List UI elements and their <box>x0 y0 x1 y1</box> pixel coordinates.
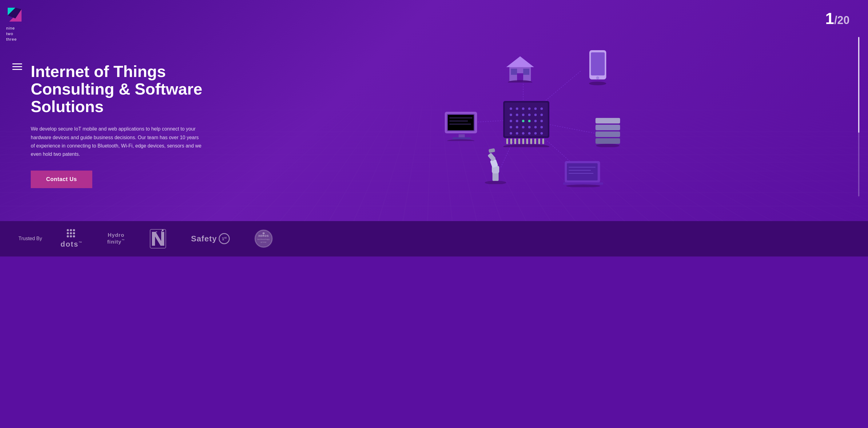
svg-point-41 <box>522 120 524 122</box>
cpu-device <box>499 98 554 147</box>
svg-point-56 <box>540 132 543 135</box>
svg-rect-66 <box>542 139 544 144</box>
svg-point-38 <box>540 114 543 116</box>
svg-rect-9 <box>511 69 517 75</box>
robot-arm-device <box>480 147 511 184</box>
svg-point-15 <box>589 82 606 85</box>
svg-point-32 <box>540 108 543 110</box>
hydrofinity-logo: Hydrofinity™ <box>107 232 125 245</box>
n-brand-logo <box>150 229 166 249</box>
phone-device <box>588 49 609 86</box>
svg-text:technology: technology <box>257 238 270 240</box>
xeros-icon: XEROS technology group <box>254 228 273 249</box>
dots-icon <box>67 229 75 237</box>
scroll-indicator <box>858 37 859 196</box>
monitor-icon <box>443 110 480 141</box>
cpu-icon <box>499 98 554 147</box>
svg-rect-65 <box>538 139 540 144</box>
svg-point-43 <box>534 120 537 122</box>
svg-point-14 <box>596 76 599 80</box>
svg-marker-8 <box>506 56 534 67</box>
iot-scene <box>443 49 628 203</box>
svg-point-47 <box>522 126 524 129</box>
svg-point-85 <box>566 184 600 187</box>
logo-container[interactable]: nine two three <box>6 6 23 42</box>
svg-rect-57 <box>506 139 508 144</box>
svg-rect-84 <box>563 182 603 185</box>
svg-point-36 <box>528 114 531 116</box>
slide-current: 1 <box>825 9 834 27</box>
hero-content: Internet of Things Consulting & Software… <box>0 42 868 221</box>
hamburger-menu[interactable] <box>12 62 22 72</box>
svg-point-44 <box>540 120 543 122</box>
svg-rect-18 <box>448 115 474 130</box>
hero-section: nine two three 1/20 Internet of Things C… <box>0 0 868 221</box>
svg-point-35 <box>522 114 524 116</box>
svg-point-51 <box>510 132 512 135</box>
svg-point-46 <box>516 126 518 129</box>
slide-counter: 1/20 <box>825 9 849 28</box>
header: nine two three <box>0 0 868 42</box>
svg-text:XEROS: XEROS <box>258 234 269 237</box>
svg-rect-10 <box>523 69 529 75</box>
brand-name: nine two three <box>6 26 17 42</box>
hero-title: Internet of Things Consulting & Software… <box>31 63 221 116</box>
svg-point-72 <box>596 144 619 147</box>
svg-rect-13 <box>591 52 605 76</box>
contact-us-button[interactable]: Contact Us <box>31 171 92 188</box>
laptop-device <box>563 160 603 187</box>
svg-point-28 <box>516 108 518 110</box>
svg-point-45 <box>510 126 512 129</box>
svg-point-39 <box>510 120 512 122</box>
svg-point-48 <box>528 126 531 129</box>
hero-left: Internet of Things Consulting & Software… <box>31 63 221 188</box>
phone-icon <box>588 49 609 86</box>
n-symbol-icon <box>150 229 166 249</box>
hamburger-line-1 <box>12 63 22 64</box>
house-icon <box>505 55 535 83</box>
svg-point-94 <box>263 232 265 234</box>
svg-rect-71 <box>595 138 620 144</box>
hero-description: We develop secure IoT mobile and web app… <box>31 125 203 158</box>
svg-point-89 <box>162 229 164 231</box>
trusted-label: Trusted By <box>19 236 42 241</box>
svg-rect-61 <box>522 139 524 144</box>
scroll-indicator-fill <box>858 37 859 133</box>
svg-point-29 <box>522 108 524 110</box>
svg-rect-63 <box>530 139 532 144</box>
svg-rect-64 <box>534 139 536 144</box>
svg-rect-23 <box>453 137 471 139</box>
svg-rect-60 <box>518 139 520 144</box>
hamburger-line-3 <box>12 69 22 70</box>
svg-point-53 <box>522 132 524 135</box>
dots-text: dots™ <box>61 240 83 249</box>
svg-point-31 <box>534 108 537 110</box>
svg-point-52 <box>516 132 518 135</box>
svg-rect-70 <box>595 132 620 137</box>
dots-logo: dots™ <box>61 229 83 249</box>
svg-point-33 <box>510 114 512 116</box>
slide-total: 20 <box>837 14 849 27</box>
monitor-device <box>443 110 480 141</box>
svg-rect-80 <box>567 163 598 180</box>
svg-point-54 <box>528 132 531 135</box>
slide-separator: / <box>834 14 837 27</box>
svg-point-30 <box>528 108 531 110</box>
svg-point-40 <box>516 120 518 122</box>
safety-badge-icon: 1st <box>219 233 230 244</box>
robot-arm-icon <box>480 147 511 184</box>
svg-point-50 <box>540 126 543 129</box>
svg-point-55 <box>534 132 537 135</box>
svg-point-24 <box>447 139 474 141</box>
hamburger-line-2 <box>12 66 22 67</box>
svg-rect-59 <box>514 139 516 144</box>
database-icon <box>594 116 622 147</box>
xeros-logo: XEROS technology group <box>254 229 273 248</box>
logo-icon <box>6 6 23 23</box>
svg-point-42 <box>528 120 531 122</box>
hydrofinity-text: Hydrofinity™ <box>107 232 125 245</box>
safety-number: 1st <box>222 236 226 241</box>
svg-rect-69 <box>595 125 620 130</box>
trusted-section: Trusted By dots™ Hydrofinity™ <box>0 221 868 256</box>
hero-illustration <box>221 49 849 203</box>
